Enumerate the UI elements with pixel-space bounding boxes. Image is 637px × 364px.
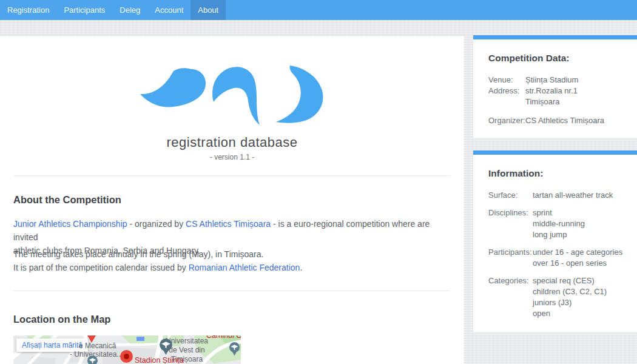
info-row: Organizer: CS Athletics Timișoara <box>488 115 631 126</box>
info-values: CS Athletics Timișoara <box>525 115 604 126</box>
info-values: str.Rozalia nr.1 Timișoara <box>525 86 578 107</box>
main-content-card: registration database - version 1.1 - Ab… <box>0 36 464 364</box>
competition-data-heading: Competition Data: <box>488 53 631 64</box>
map-poi-rect-icon <box>136 337 144 341</box>
app-title: registration database <box>0 135 464 150</box>
info-values: sprint middle-running long jump <box>533 207 585 240</box>
information-heading: Information: <box>488 168 631 179</box>
info-row: Venue: Știința Stadium <box>488 75 631 86</box>
text-segment: It is part of the competition calendar i… <box>13 263 189 272</box>
app-logo <box>136 59 325 127</box>
info-values: special req (CES) children (C3, C2, C1) … <box>533 275 607 319</box>
information-card: Information: Surface: tartan all-weather… <box>473 155 637 332</box>
card-accent-strip <box>473 35 637 39</box>
map-label-caminul: Căminul C <box>206 335 241 340</box>
text-link[interactable]: Romanian Athletic Federation <box>189 263 300 272</box>
info-values: under 16 - age categories over 16 - open… <box>533 247 622 269</box>
school-pin-icon[interactable] <box>87 356 98 364</box>
google-map-embed[interactable]: Afișați harta mărită e Mecanică - Univer… <box>13 335 241 364</box>
about-paragraph-2: The meeting takes place annualy in the s… <box>13 248 454 274</box>
nav-item[interactable]: About <box>190 0 226 20</box>
divider <box>13 175 450 176</box>
info-row: Disciplines: sprint middle-running long … <box>488 207 631 240</box>
map-label-mecanica: e Mecanică <box>79 342 116 350</box>
text-segment: . <box>300 263 302 272</box>
info-row: Address: str.Rozalia nr.1 Timișoara <box>488 86 631 107</box>
info-label: Disciplines: <box>488 207 533 240</box>
nav-item[interactable]: Registration <box>0 0 56 20</box>
nav-item[interactable]: Account <box>147 0 190 20</box>
info-row: Surface: tartan all-weather track <box>488 190 631 201</box>
info-row: Participants: under 16 - age categories … <box>488 247 631 269</box>
info-label: Surface: <box>488 190 533 201</box>
competition-data-card: Competition Data: Venue: Știința Stadium… <box>473 39 637 138</box>
stadium-red-marker-icon[interactable] <box>120 350 133 363</box>
divider <box>13 291 450 291</box>
info-label: Categories: <box>488 275 533 319</box>
card-accent-strip <box>473 150 637 155</box>
text-link[interactable]: Junior Athletics Championship <box>13 219 127 229</box>
info-label: Organizer: <box>488 115 525 126</box>
info-values: tartan all-weather track <box>533 190 613 201</box>
info-label: Venue: <box>488 75 525 86</box>
university-pin-icon[interactable] <box>160 339 172 358</box>
text-segment: - organized by <box>127 219 186 229</box>
info-label: Participants: <box>488 247 533 269</box>
nav-item[interactable]: Participants <box>56 0 112 20</box>
top-navbar: Registration Participants Deleg Account … <box>0 0 637 20</box>
text-segment: The meeting takes place annualy in the s… <box>13 249 263 259</box>
three-swoosh-logo-icon <box>136 59 325 127</box>
nav-item[interactable]: Deleg <box>112 0 147 20</box>
info-values: Știința Stadium <box>525 75 578 86</box>
map-heading: Location on the Map <box>13 314 110 325</box>
about-heading: About the Competition <box>13 194 121 206</box>
app-version: - version 1.1 - <box>0 153 464 161</box>
school-pin-icon[interactable] <box>229 342 240 359</box>
text-link[interactable]: CS Athletics Timișoara <box>186 219 271 229</box>
info-label: Address: <box>488 86 525 107</box>
info-row: Categories: special req (CES) children (… <box>488 275 631 319</box>
